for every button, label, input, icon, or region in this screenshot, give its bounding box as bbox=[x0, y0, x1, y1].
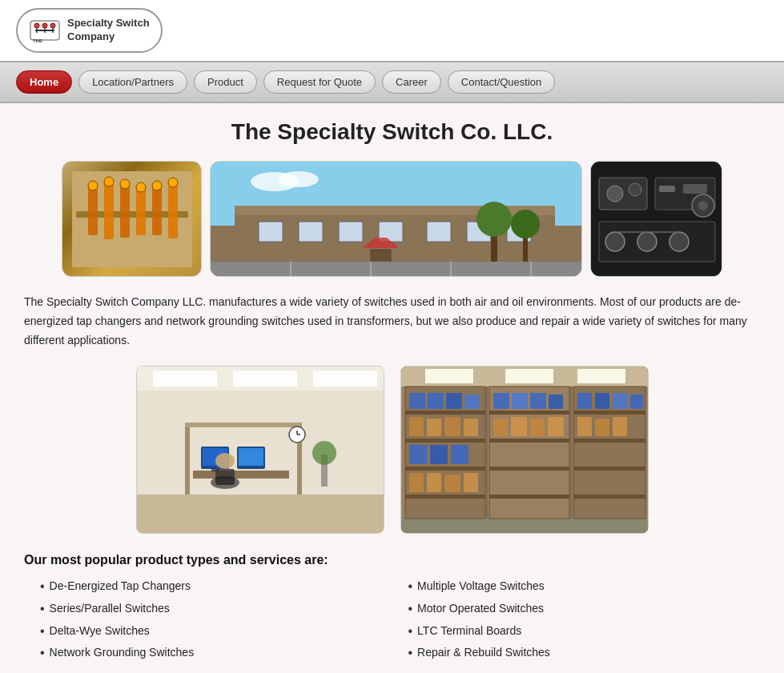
svg-point-60 bbox=[698, 201, 708, 210]
logo-container: THE Specialty Switch Company bbox=[16, 8, 163, 53]
main-content: The Specialty Switch Co. LLC. bbox=[0, 103, 784, 673]
svg-point-4 bbox=[50, 23, 55, 28]
bullet-icon: • bbox=[40, 645, 45, 660]
svg-point-3 bbox=[42, 23, 47, 28]
svg-rect-66 bbox=[137, 495, 384, 533]
svg-rect-125 bbox=[573, 439, 645, 443]
svg-rect-16 bbox=[168, 184, 178, 238]
svg-point-25 bbox=[279, 171, 319, 187]
svg-rect-117 bbox=[530, 393, 546, 409]
svg-rect-65 bbox=[313, 371, 377, 387]
switches-left-image bbox=[62, 161, 202, 277]
bullet-icon: • bbox=[40, 579, 45, 594]
svg-rect-69 bbox=[185, 423, 302, 427]
svg-point-78 bbox=[211, 476, 239, 489]
svg-rect-29 bbox=[299, 222, 323, 242]
svg-rect-52 bbox=[659, 186, 675, 192]
product-label: Motor Operated Switches bbox=[417, 601, 544, 617]
nav-product[interactable]: Product bbox=[194, 70, 257, 94]
svg-rect-133 bbox=[595, 419, 609, 436]
svg-rect-103 bbox=[409, 445, 427, 464]
svg-rect-108 bbox=[444, 475, 460, 492]
products-lists: • De-Energized Tap Changers • Series/Par… bbox=[24, 579, 760, 667]
nav: Home Location/Partners Product Request f… bbox=[0, 62, 784, 103]
svg-rect-130 bbox=[613, 393, 627, 409]
svg-rect-134 bbox=[613, 417, 627, 436]
svg-rect-91 bbox=[405, 411, 485, 415]
product-label: LTC Terminal Boards bbox=[417, 623, 521, 639]
nav-career[interactable]: Career bbox=[382, 70, 441, 94]
list-item: • Repair & Rebuild Switches bbox=[408, 645, 761, 661]
svg-rect-87 bbox=[505, 369, 553, 383]
products-left-column: • De-Energized Tap Changers • Series/Par… bbox=[24, 579, 392, 667]
svg-rect-126 bbox=[573, 467, 645, 471]
products-section: Our most popular product types and servi… bbox=[24, 553, 760, 667]
nav-quote[interactable]: Request for Quote bbox=[263, 70, 376, 94]
products-heading: Our most popular product types and servi… bbox=[24, 553, 760, 567]
svg-point-41 bbox=[511, 210, 540, 238]
svg-rect-75 bbox=[239, 448, 263, 466]
svg-rect-128 bbox=[577, 393, 592, 409]
svg-rect-122 bbox=[548, 417, 564, 436]
products-right-column: • Multiple Voltage Switches • Motor Oper… bbox=[392, 579, 761, 667]
nav-location[interactable]: Location/Partners bbox=[78, 70, 187, 94]
product-label: Network Grounding Switches bbox=[50, 645, 195, 661]
svg-rect-32 bbox=[427, 222, 451, 242]
switches-right-image bbox=[590, 161, 722, 277]
svg-rect-98 bbox=[464, 395, 479, 409]
list-item: • Multiple Voltage Switches bbox=[408, 579, 761, 595]
description-text: The Specialty Switch Company LLC. manufa… bbox=[24, 293, 760, 350]
svg-rect-127 bbox=[573, 495, 645, 499]
svg-rect-63 bbox=[153, 371, 217, 387]
svg-rect-100 bbox=[427, 419, 441, 436]
svg-rect-105 bbox=[451, 445, 468, 464]
svg-rect-53 bbox=[683, 184, 707, 194]
svg-rect-86 bbox=[425, 369, 473, 383]
list-item: • Series/Parallel Switches bbox=[40, 601, 392, 617]
svg-rect-67 bbox=[185, 423, 190, 495]
header: THE Specialty Switch Company bbox=[0, 0, 784, 62]
logo-line2: Company bbox=[67, 30, 115, 42]
product-label: Multiple Voltage Switches bbox=[417, 579, 545, 595]
svg-rect-11 bbox=[88, 187, 98, 235]
nav-contact[interactable]: Contact/Question bbox=[448, 70, 555, 94]
bullet-icon: • bbox=[408, 645, 413, 660]
bullet-icon: • bbox=[40, 623, 45, 639]
svg-rect-106 bbox=[409, 473, 424, 492]
svg-rect-101 bbox=[444, 417, 460, 436]
svg-rect-99 bbox=[409, 417, 424, 436]
svg-rect-42 bbox=[211, 262, 582, 277]
list-item: • De-Energized Tap Changers bbox=[40, 579, 392, 595]
product-label: Series/Parallel Switches bbox=[50, 601, 170, 617]
svg-point-19 bbox=[120, 179, 130, 189]
list-item: • Motor Operated Switches bbox=[408, 601, 761, 617]
svg-rect-109 bbox=[464, 473, 478, 492]
svg-rect-14 bbox=[136, 189, 146, 235]
page-wrapper: THE Specialty Switch Company Home Locati… bbox=[0, 0, 784, 673]
logo-icon: THE bbox=[29, 14, 61, 46]
svg-rect-132 bbox=[577, 417, 592, 436]
svg-rect-70 bbox=[193, 471, 289, 479]
svg-point-21 bbox=[152, 181, 162, 190]
svg-point-20 bbox=[136, 182, 146, 192]
svg-rect-120 bbox=[511, 417, 527, 436]
page-title: The Specialty Switch Co. LLC. bbox=[24, 119, 760, 145]
svg-rect-95 bbox=[409, 393, 425, 409]
list-item: • Delta-Wye Switches bbox=[40, 623, 392, 639]
product-label: Repair & Rebuild Switches bbox=[417, 645, 550, 661]
svg-rect-94 bbox=[405, 495, 485, 499]
svg-rect-121 bbox=[530, 419, 545, 436]
svg-rect-116 bbox=[512, 393, 528, 409]
svg-point-80 bbox=[312, 441, 336, 465]
shelves-image bbox=[400, 366, 649, 534]
svg-rect-112 bbox=[489, 439, 569, 443]
svg-rect-97 bbox=[446, 393, 462, 409]
svg-rect-13 bbox=[120, 186, 130, 238]
nav-home[interactable]: Home bbox=[16, 70, 72, 94]
svg-rect-12 bbox=[104, 183, 114, 239]
svg-point-57 bbox=[669, 232, 689, 251]
top-images-row bbox=[24, 161, 760, 277]
svg-rect-88 bbox=[577, 369, 625, 383]
svg-point-51 bbox=[629, 183, 641, 196]
svg-point-22 bbox=[168, 178, 178, 187]
